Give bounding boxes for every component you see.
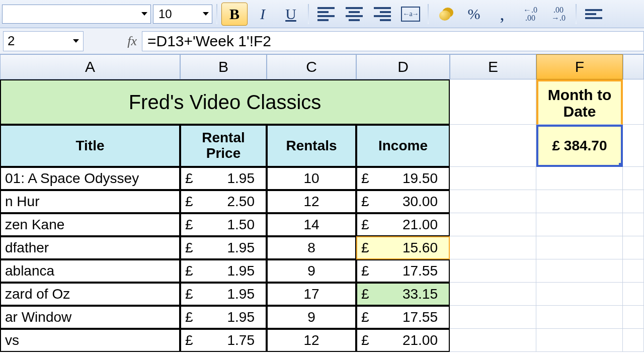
formula-input[interactable]: =D13+'Week 1'!F2 — [142, 31, 644, 51]
cell-title[interactable]: zen Kane — [0, 213, 180, 236]
cell-empty[interactable] — [450, 306, 536, 329]
cell-empty[interactable] — [623, 125, 644, 167]
month-to-date-header[interactable]: Month to Date — [536, 79, 623, 125]
cell-income[interactable]: £19.50 — [356, 167, 450, 190]
hdr-title[interactable]: Title — [0, 125, 180, 167]
font-size-combo[interactable]: 10 — [153, 5, 212, 24]
name-box-value: 2 — [8, 33, 15, 49]
cell-empty[interactable] — [623, 283, 644, 306]
cell-title[interactable]: ar Window — [0, 306, 180, 329]
cell-rentals[interactable]: 8 — [267, 236, 356, 259]
align-center-button[interactable] — [341, 3, 367, 26]
title-merged[interactable]: Fred's Video Classics — [0, 79, 450, 125]
cell-income[interactable]: £21.00 — [356, 329, 450, 352]
cell-price[interactable]: £1.95 — [180, 167, 267, 190]
cell-empty[interactable] — [536, 283, 623, 306]
bold-button[interactable]: B — [221, 3, 248, 26]
spreadsheet-grid[interactable]: A B C D E F Fred's Video Classics Month … — [0, 54, 644, 352]
cell-empty[interactable] — [536, 213, 623, 236]
cell-empty[interactable] — [623, 213, 644, 236]
cell-price[interactable]: £1.50 — [180, 213, 267, 236]
italic-button[interactable]: I — [250, 3, 276, 26]
cell-title[interactable]: vs — [0, 329, 180, 352]
decrease-decimal-button[interactable]: .00 →.0 — [545, 3, 572, 26]
cell-title[interactable]: 01: A Space Odyssey — [0, 167, 180, 190]
cell-empty[interactable] — [623, 259, 644, 283]
cell-rentals[interactable]: 17 — [267, 283, 356, 306]
cell-empty[interactable] — [450, 190, 536, 213]
cell-income[interactable]: £33.15 — [356, 283, 450, 306]
indent-button[interactable] — [581, 3, 607, 26]
cell-price[interactable]: £1.95 — [180, 306, 267, 329]
cell-rentals[interactable]: 9 — [267, 259, 356, 283]
cell-empty[interactable] — [623, 329, 644, 352]
cell-empty[interactable] — [623, 167, 644, 190]
cell-empty[interactable] — [450, 329, 536, 352]
merge-cells-button[interactable] — [397, 3, 424, 26]
col-header-f[interactable]: F — [536, 54, 623, 79]
cell-empty[interactable] — [450, 283, 536, 306]
cell-income[interactable]: £30.00 — [356, 190, 450, 213]
cell-price[interactable]: £1.95 — [180, 283, 267, 306]
font-name-combo[interactable] — [2, 5, 151, 24]
cell-price[interactable]: £2.50 — [180, 190, 267, 213]
cell-rentals[interactable]: 9 — [267, 306, 356, 329]
cell-empty[interactable] — [536, 259, 623, 283]
cell-title[interactable]: zard of Oz — [0, 283, 180, 306]
col-header-g[interactable] — [623, 54, 644, 79]
percent-button[interactable]: % — [461, 3, 487, 26]
toolbar-separator — [308, 4, 309, 24]
cell-price[interactable]: £1.95 — [180, 236, 267, 259]
cell-income[interactable]: £15.60 — [356, 236, 450, 259]
cell-income[interactable]: £17.55 — [356, 259, 450, 283]
increase-decimal-icon: ←.0 .00 — [523, 6, 537, 22]
cell-price[interactable]: £1.95 — [180, 259, 267, 283]
comma-style-button[interactable]: , — [489, 3, 515, 26]
col-header-a[interactable]: A — [0, 54, 180, 79]
align-right-icon — [374, 7, 391, 21]
cell-empty[interactable] — [623, 306, 644, 329]
cell-title[interactable]: n Hur — [0, 190, 180, 213]
align-left-button[interactable] — [313, 3, 339, 26]
cell-empty[interactable] — [623, 79, 644, 125]
cell-empty[interactable] — [623, 236, 644, 259]
name-box[interactable]: 2 — [3, 31, 84, 51]
currency-button[interactable] — [433, 3, 459, 26]
cell-empty[interactable] — [450, 167, 536, 190]
cell-empty[interactable] — [536, 167, 623, 190]
cell-empty[interactable] — [536, 190, 623, 213]
fx-label[interactable]: fx — [87, 34, 142, 49]
cell-empty[interactable] — [536, 236, 623, 259]
cell-price[interactable]: £1.75 — [180, 329, 267, 352]
cell-title[interactable]: ablanca — [0, 259, 180, 283]
col-header-d[interactable]: D — [356, 54, 450, 79]
cell-rentals[interactable]: 12 — [267, 190, 356, 213]
month-to-date-value[interactable]: £ 384.70 — [536, 125, 623, 167]
hdr-income[interactable]: Income — [356, 125, 450, 167]
cell-title[interactable]: dfather — [0, 236, 180, 259]
toolbar-separator — [576, 4, 577, 24]
underline-button[interactable]: U — [278, 3, 304, 26]
cell-empty[interactable] — [450, 213, 536, 236]
col-header-e[interactable]: E — [450, 54, 536, 79]
cell-empty[interactable] — [623, 190, 644, 213]
cell-empty[interactable] — [450, 259, 536, 283]
col-header-c[interactable]: C — [267, 54, 356, 79]
cell-rentals[interactable]: 10 — [267, 167, 356, 190]
coins-icon — [437, 7, 454, 22]
hdr-price[interactable]: Rental Price — [180, 125, 267, 167]
cell-rentals[interactable]: 12 — [267, 329, 356, 352]
cell-empty[interactable] — [450, 125, 536, 167]
cell-empty[interactable] — [536, 329, 623, 352]
cell-empty[interactable] — [536, 306, 623, 329]
cell-empty[interactable] — [450, 79, 536, 125]
cell-rentals[interactable]: 14 — [267, 213, 356, 236]
increase-decimal-button[interactable]: ←.0 .00 — [517, 3, 543, 26]
col-header-b[interactable]: B — [180, 54, 267, 79]
formatting-toolbar: 10 B I U % , ←.0 .00 .00 →.0 — [0, 0, 644, 28]
hdr-rentals[interactable]: Rentals — [267, 125, 356, 167]
cell-income[interactable]: £17.55 — [356, 306, 450, 329]
align-right-button[interactable] — [369, 3, 395, 26]
cell-empty[interactable] — [450, 236, 536, 259]
cell-income[interactable]: £21.00 — [356, 213, 450, 236]
